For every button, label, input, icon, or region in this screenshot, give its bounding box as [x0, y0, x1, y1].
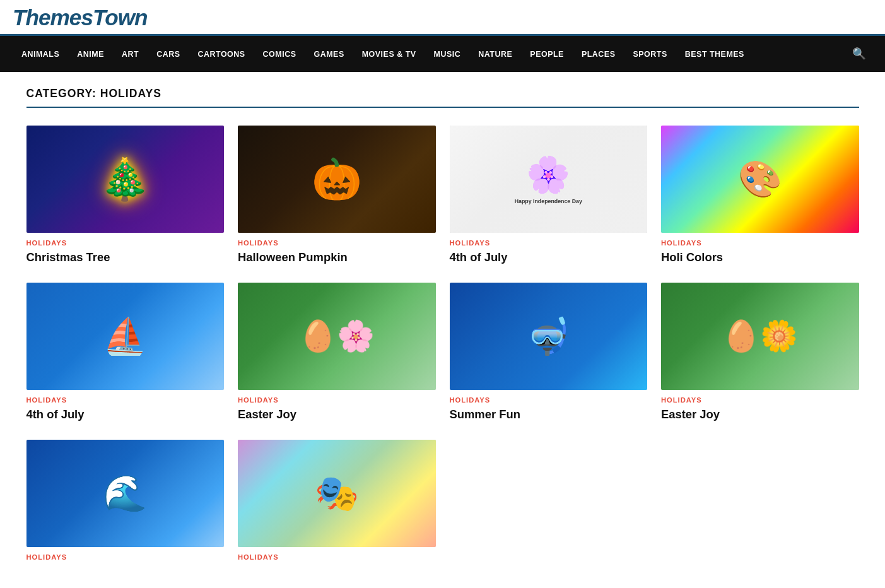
card-thumbnail-summer-fun	[450, 283, 648, 390]
nav-item: SPORTS	[624, 38, 676, 70]
nav-item: PLACES	[573, 38, 624, 70]
nav-link-comics[interactable]: COMICS	[254, 38, 305, 70]
card-easter-joy-1[interactable]: HOLIDAYSEaster Joy	[238, 283, 436, 422]
nav-link-anime[interactable]: ANIME	[68, 38, 113, 70]
nav-item: CARTOONS	[189, 38, 254, 70]
nav-link-animals[interactable]: ANIMALS	[13, 38, 68, 70]
nav-link-people[interactable]: PEOPLE	[521, 38, 573, 70]
site-logo[interactable]: ThemesTown	[13, 5, 148, 34]
card-title-4th-of-july-1: 4th of July	[450, 250, 648, 265]
card-thumbnail-christmas-tree	[26, 126, 225, 233]
nav-link-movies---tv[interactable]: MOVIES & TV	[353, 38, 425, 70]
nav-link-best-themes[interactable]: BEST THEMES	[676, 38, 753, 70]
card-category-label: HOLIDAYS	[238, 239, 436, 247]
card-image-summer-fun	[450, 283, 648, 390]
card-image-easter-joy-1	[238, 283, 436, 390]
nav-item: ART	[113, 38, 148, 70]
nav-item: ANIMALS	[13, 38, 68, 70]
nav-item: CARS	[148, 38, 189, 70]
card-thumbnail-halloween-pumpkin	[238, 126, 436, 233]
card-image-holi-2	[238, 440, 436, 547]
card-category-label: HOLIDAYS	[661, 396, 859, 404]
card-image-christmas-tree	[26, 126, 225, 233]
card-easter-joy-2[interactable]: HOLIDAYSEaster Joy	[661, 283, 859, 422]
nav-item: BEST THEMES	[676, 38, 753, 70]
category-name: HOLIDAYS	[100, 87, 161, 100]
nav-link-art[interactable]: ART	[113, 38, 148, 70]
nav-item: MOVIES & TV	[353, 38, 425, 70]
card-title-christmas-tree: Christmas Tree	[26, 250, 225, 265]
nav-link-music[interactable]: MUSIC	[425, 38, 470, 70]
nav-item: MUSIC	[425, 38, 470, 70]
card-image-4th-of-july-2	[26, 283, 225, 390]
search-icon[interactable]: 🔍	[846, 36, 872, 72]
card-image-underwater	[26, 440, 225, 547]
nav-item: COMICS	[254, 38, 305, 70]
nav-link-places[interactable]: PLACES	[573, 38, 624, 70]
nav-link-cars[interactable]: CARS	[148, 38, 189, 70]
card-summer-fun[interactable]: HOLIDAYSSummer Fun	[450, 283, 648, 422]
nav-list: ANIMALSANIMEARTCARSCARTOONSCOMICSGAMESMO…	[13, 38, 846, 70]
nav-item: PEOPLE	[521, 38, 573, 70]
card-grid: HOLIDAYSChristmas TreeHOLIDAYSHalloween …	[26, 126, 859, 422]
card-category-label: HOLIDAYS	[238, 396, 436, 404]
card-image-4th-of-july-1	[450, 126, 648, 233]
card-category-label: HOLIDAYS	[450, 239, 648, 247]
card-title-easter-joy-1: Easter Joy	[238, 407, 436, 422]
main-content: CATEGORY: HOLIDAYS HOLIDAYSChristmas Tre…	[14, 72, 872, 579]
card-thumbnail-4th-of-july-2	[26, 283, 225, 390]
card-category-label: HOLIDAYS	[661, 239, 859, 247]
card-image-halloween-pumpkin	[238, 126, 436, 233]
category-title: CATEGORY: HOLIDAYS	[26, 87, 859, 108]
card-holi-colors[interactable]: HOLIDAYSHoli Colors	[661, 126, 859, 265]
card-thumbnail-underwater	[26, 440, 225, 547]
card-category-label: HOLIDAYS	[26, 553, 225, 561]
card-4th-of-july-1[interactable]: HOLIDAYS4th of July	[450, 126, 648, 265]
card-category-label: HOLIDAYS	[26, 239, 225, 247]
nav-link-nature[interactable]: NATURE	[469, 38, 521, 70]
card-thumbnail-easter-joy-2	[661, 283, 859, 390]
nav-item: GAMES	[305, 38, 353, 70]
card-category-label: HOLIDAYS	[238, 553, 436, 561]
card-title-holi-colors: Holi Colors	[661, 250, 859, 265]
card-image-holi-colors	[661, 126, 859, 233]
card-image-easter-joy-2	[661, 283, 859, 390]
category-prefix: CATEGORY:	[26, 87, 97, 100]
card-thumbnail-easter-joy-1	[238, 283, 436, 390]
card-thumbnail-holi-2	[238, 440, 436, 547]
card-holi-2[interactable]: HOLIDAYS	[238, 440, 436, 564]
card-thumbnail-holi-colors	[661, 126, 859, 233]
site-header: ThemesTown	[0, 0, 885, 36]
card-title-halloween-pumpkin: Halloween Pumpkin	[238, 250, 436, 265]
card-underwater[interactable]: HOLIDAYS	[26, 440, 225, 564]
nav-link-cartoons[interactable]: CARTOONS	[189, 38, 254, 70]
card-christmas-tree[interactable]: HOLIDAYSChristmas Tree	[26, 126, 225, 265]
card-title-summer-fun: Summer Fun	[450, 407, 648, 422]
nav-link-games[interactable]: GAMES	[305, 38, 353, 70]
card-category-label: HOLIDAYS	[26, 396, 225, 404]
nav-item: ANIME	[68, 38, 113, 70]
nav-link-sports[interactable]: SPORTS	[624, 38, 676, 70]
card-4th-of-july-2[interactable]: HOLIDAYS4th of July	[26, 283, 225, 422]
card-category-label: HOLIDAYS	[450, 396, 648, 404]
card-halloween-pumpkin[interactable]: HOLIDAYSHalloween Pumpkin	[238, 126, 436, 265]
card-title-4th-of-july-2: 4th of July	[26, 407, 225, 422]
nav-item: NATURE	[469, 38, 521, 70]
main-nav: ANIMALSANIMEARTCARSCARTOONSCOMICSGAMESMO…	[0, 36, 885, 72]
card-thumbnail-4th-of-july-1	[450, 126, 648, 233]
card-grid-bottom: HOLIDAYSHOLIDAYS	[26, 440, 859, 564]
card-title-easter-joy-2: Easter Joy	[661, 407, 859, 422]
